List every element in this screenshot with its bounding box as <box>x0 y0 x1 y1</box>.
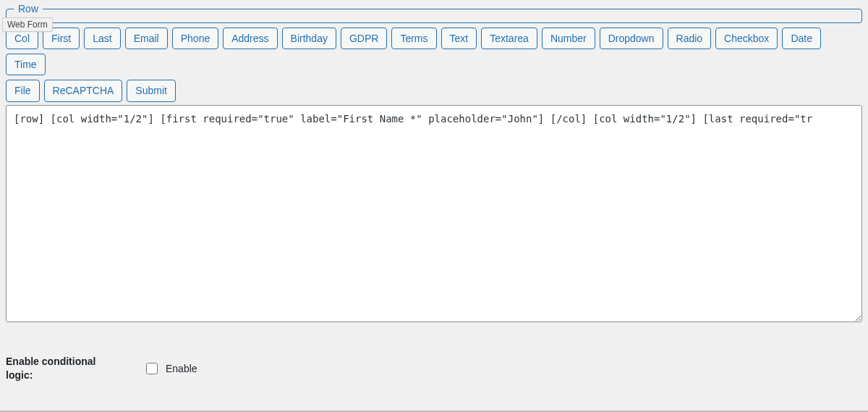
btn-text[interactable]: Text <box>441 28 477 49</box>
btn-recaptcha[interactable]: ReCAPTCHA <box>44 80 123 101</box>
conditional-logic-label: Enable conditional logic: <box>6 355 107 383</box>
conditional-logic-checkbox[interactable] <box>146 363 158 374</box>
btn-number[interactable]: Number <box>542 28 595 49</box>
btn-last[interactable]: Last <box>84 28 120 49</box>
btn-date[interactable]: Date <box>782 28 821 49</box>
fieldset-legend: Row <box>14 3 43 14</box>
btn-birthday[interactable]: Birthday <box>282 28 336 49</box>
btn-phone[interactable]: Phone <box>172 28 218 49</box>
fieldset-row[interactable]: Row <box>6 3 862 23</box>
tooltip-web-form: Web Form <box>2 17 53 32</box>
btn-checkbox[interactable]: Checkbox <box>715 28 778 49</box>
shortcode-buttons-row2: File ReCAPTCHA Submit <box>6 80 862 101</box>
conditional-logic-row: Enable conditional logic: Enable <box>6 355 862 383</box>
btn-radio[interactable]: Radio <box>668 28 712 49</box>
btn-textarea[interactable]: Textarea <box>481 28 537 49</box>
conditional-logic-control[interactable]: Enable <box>143 361 197 377</box>
btn-dropdown[interactable]: Dropdown <box>600 28 663 49</box>
btn-address[interactable]: Address <box>223 28 277 49</box>
btn-file[interactable]: File <box>6 80 40 101</box>
conditional-logic-checkbox-label: Enable <box>166 363 197 374</box>
btn-terms[interactable]: Terms <box>391 28 436 49</box>
btn-email[interactable]: Email <box>125 28 168 49</box>
btn-time[interactable]: Time <box>6 54 46 75</box>
btn-gdpr[interactable]: GDPR <box>341 28 387 49</box>
shortcode-textarea[interactable] <box>6 105 862 322</box>
shortcode-buttons-row1: Col First Last Email Phone Address Birth… <box>6 28 862 75</box>
btn-submit[interactable]: Submit <box>127 80 176 101</box>
